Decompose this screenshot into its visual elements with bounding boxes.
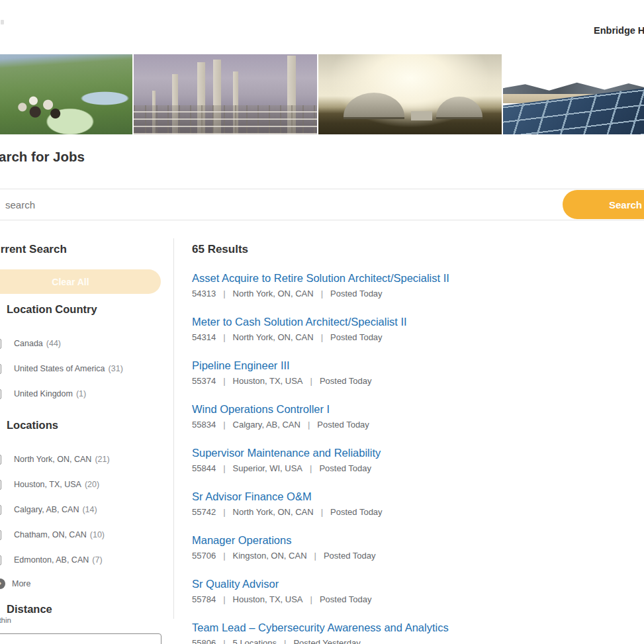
facet-count: (14) [82,505,97,514]
checkbox[interactable] [0,364,1,374]
job-listing: Sr Quality Advisor 55784 | Houston, TX, … [192,578,629,604]
checkbox[interactable] [0,530,1,540]
facet-option-chatham[interactable]: Chatham, ON, CAN (10) [0,529,105,540]
enbridge-home-link[interactable]: Enbridge Home [594,25,644,36]
separator: | [223,507,225,517]
separator: | [223,594,225,604]
job-title-link[interactable]: Manager Operations [192,534,291,547]
distance-select[interactable] [0,633,161,644]
job-id: 55834 [192,420,216,430]
separator: | [223,376,225,386]
more-label: More [12,579,30,588]
current-search-title: Current Search [0,243,67,256]
job-id: 55706 [192,551,216,561]
separator: | [310,376,312,386]
job-title-link[interactable]: Wind Operations Controller I [192,403,330,416]
facet-count: (44) [46,339,61,348]
facet-label: United Kingdom [14,389,73,398]
checkbox[interactable] [0,389,1,399]
banner-photo-tank-farm [0,54,132,134]
job-posted: Posted Today [320,594,372,604]
job-id: 55806 [192,638,216,644]
job-location: North York, ON, CAN [233,507,314,517]
job-listing: Supervisor Maintenance and Reliability 5… [192,447,629,473]
banner-photo-refinery [134,54,317,134]
job-location: North York, ON, CAN [233,289,314,299]
page-title: Search for Jobs [0,149,85,165]
separator: | [310,463,312,473]
checkbox[interactable] [0,480,1,490]
job-title-link[interactable]: Asset Acquire to Retire Solution Archite… [192,272,449,285]
job-posted: Posted Today [330,507,383,517]
job-posted: Posted Today [320,376,372,386]
checkbox[interactable] [0,455,1,465]
facet-count: (20) [85,480,99,489]
facet-count: (31) [109,364,123,373]
job-id: 55844 [192,463,216,473]
job-title-link[interactable]: Meter to Cash Solution Architect/Special… [192,316,407,328]
facet-heading-locations: Locations [7,419,58,432]
job-location: Calgary, AB, CAN [233,420,300,430]
job-posted: Posted Yesterday [293,638,360,644]
job-title-link[interactable]: Sr Quality Advisor [192,578,279,590]
facet-option-houston[interactable]: Houston, TX, USA (20) [0,479,99,490]
column-divider [173,238,174,619]
job-title-link[interactable]: Supervisor Maintenance and Reliability [192,447,381,459]
job-meta: 54314 | North York, ON, CAN | Posted Tod… [192,332,629,342]
job-id: 54313 [192,289,216,299]
facet-option-calgary[interactable]: Calgary, AB, CAN (14) [0,504,97,515]
separator: | [310,594,312,604]
refinery-pipework [134,105,317,134]
more-locations-button[interactable]: › More [0,578,30,589]
job-listing: Pipeline Engineer III 55374 | Houston, T… [192,359,629,386]
job-listing: Meter to Cash Solution Architect/Special… [192,316,629,342]
separator: | [284,638,286,644]
job-title-link[interactable]: Pipeline Engineer III [192,359,290,372]
job-meta: 55784 | Houston, TX, USA | Posted Today [192,594,629,604]
checkbox[interactable] [0,505,1,515]
job-listing: Wind Operations Controller I 55834 | Cal… [192,403,629,430]
facet-option-usa[interactable]: United States of America (31) [0,363,123,374]
separator: | [223,463,225,473]
top-header: Enbridge Home [0,0,644,54]
job-meta: 55844 | Superior, WI, USA | Posted Today [192,463,629,473]
job-meta: 55374 | Houston, TX, USA | Posted Today [192,376,629,386]
results-count: 65 Results [192,243,248,256]
facet-label: Chatham, ON, CAN [14,530,87,539]
facet-option-uk[interactable]: United Kingdom (1) [0,389,86,399]
separator: | [321,332,323,342]
job-location: Kingston, ON, CAN [233,551,307,561]
job-meta: 55706 | Kingston, ON, CAN | Posted Today [192,551,629,561]
job-location: 5 Locations [233,638,277,644]
job-id: 55374 [192,376,216,386]
facet-option-north-york[interactable]: North York, ON, CAN (21) [0,454,110,465]
job-listing: Team Lead – Cybersecurity Awareness and … [192,621,629,644]
job-listing: Asset Acquire to Retire Solution Archite… [192,272,629,299]
job-location: Houston, TX, USA [233,594,303,604]
job-title-link[interactable]: Sr Advisor Finance O&M [192,490,312,503]
separator: | [223,551,225,561]
clear-all-button[interactable]: Clear All [0,269,161,294]
logo-fragment [1,20,4,24]
banner-photo-strip [0,54,644,134]
storage-dome [436,97,483,119]
facet-label: United States of America [14,364,105,373]
facet-label: Calgary, AB, CAN [14,505,79,514]
banner-photo-solar-panels [503,54,644,134]
job-id: 54314 [192,332,216,342]
job-title-link[interactable]: Team Lead – Cybersecurity Awareness and … [192,621,449,634]
facet-option-edmonton[interactable]: Edmonton, AB, CAN (7) [0,555,103,565]
search-input[interactable] [0,189,556,220]
job-listing: Sr Advisor Finance O&M 55742 | North Yor… [192,490,629,517]
facet-label: Houston, TX, USA [14,480,81,489]
job-posted: Posted Today [319,463,371,473]
checkbox[interactable] [0,555,1,565]
separator: | [308,420,310,430]
search-button[interactable]: Search [563,190,644,219]
separator: | [321,289,323,299]
job-posted: Posted Today [324,551,376,561]
storage-shed [411,111,432,120]
checkbox[interactable] [0,339,1,349]
facet-option-canada[interactable]: Canada (44) [0,338,61,349]
job-listing: Manager Operations 55706 | Kingston, ON,… [192,534,629,561]
